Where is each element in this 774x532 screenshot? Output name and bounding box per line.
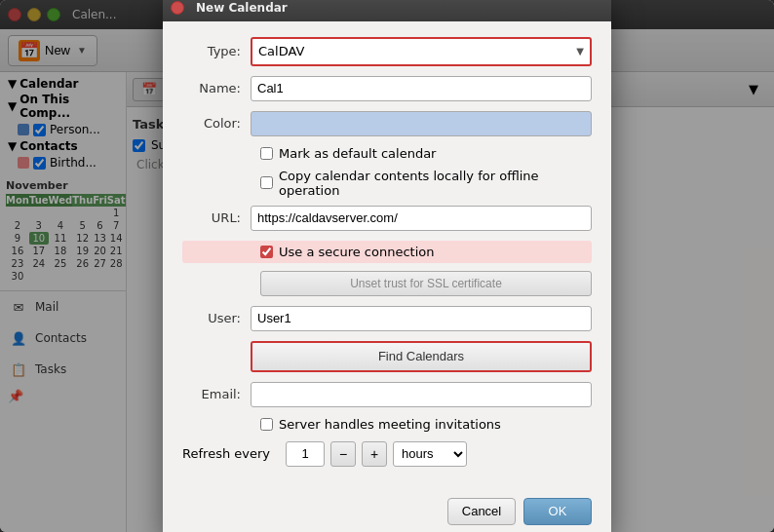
copy-locally-checkbox[interactable] (260, 176, 273, 189)
dialog-body: Type: CalDAV ▼ Name: Color: (163, 21, 611, 494)
email-input[interactable] (251, 382, 592, 407)
type-dropdown-arrow: ▼ (576, 46, 584, 57)
refresh-row: Refresh every − + hours minutes (182, 441, 592, 467)
dialog-close-btn[interactable] (171, 1, 184, 15)
secure-checkbox[interactable] (260, 246, 273, 258)
color-picker[interactable] (251, 111, 592, 136)
type-value: CalDAV (258, 44, 304, 58)
copy-locally-label: Copy calendar contents locally for offli… (279, 169, 592, 198)
color-row: Color: (182, 111, 592, 136)
type-label: Type: (182, 44, 251, 58)
refresh-label: Refresh every (182, 446, 280, 461)
name-label: Name: (182, 81, 251, 95)
secure-label: Use a secure connection (279, 245, 435, 259)
find-calendars-button[interactable]: Find Calendars (252, 343, 590, 370)
name-row: Name: (182, 76, 592, 101)
cancel-button[interactable]: Cancel (447, 498, 516, 525)
meeting-checkbox[interactable] (260, 418, 273, 431)
type-select[interactable]: CalDAV ▼ (252, 39, 590, 64)
type-select-wrapper: CalDAV ▼ (251, 37, 592, 66)
email-label: Email: (182, 387, 251, 401)
user-label: User: (182, 311, 251, 325)
refresh-decrement-button[interactable]: − (330, 441, 356, 467)
find-btn-border: Find Calendars (251, 341, 592, 372)
url-row: URL: (182, 206, 592, 231)
dialog-title: New Calendar (196, 1, 288, 15)
copy-locally-row: Copy calendar contents locally for offli… (182, 169, 592, 198)
refresh-input[interactable] (286, 441, 325, 467)
dialog-overlay: New Calendar Type: CalDAV ▼ Name: (0, 0, 774, 532)
refresh-increment-button[interactable]: + (362, 441, 387, 467)
new-calendar-dialog: New Calendar Type: CalDAV ▼ Name: (163, 0, 611, 532)
email-row: Email: (182, 382, 592, 407)
user-input[interactable] (251, 306, 592, 331)
user-row: User: (182, 306, 592, 331)
color-label: Color: (182, 116, 251, 131)
mark-default-row: Mark as default calendar (182, 146, 592, 161)
ok-button[interactable]: OK (523, 498, 592, 525)
secure-connection-row: Use a secure connection (182, 241, 592, 263)
url-label: URL: (182, 210, 251, 225)
dialog-titlebar: New Calendar (163, 0, 611, 21)
meeting-label: Server handles meeting invitations (279, 417, 501, 432)
hours-select[interactable]: hours minutes (393, 441, 467, 467)
meeting-row: Server handles meeting invitations (182, 417, 592, 432)
type-row: Type: CalDAV ▼ (182, 37, 592, 66)
mark-default-checkbox[interactable] (260, 147, 273, 160)
url-input[interactable] (251, 206, 592, 231)
mark-default-label: Mark as default calendar (279, 146, 436, 161)
find-calendars-wrapper: Find Calendars (182, 341, 592, 372)
ssl-button[interactable]: Unset trust for SSL certificate (260, 271, 592, 296)
dialog-footer: Cancel OK (163, 494, 611, 533)
name-input[interactable] (251, 76, 592, 101)
